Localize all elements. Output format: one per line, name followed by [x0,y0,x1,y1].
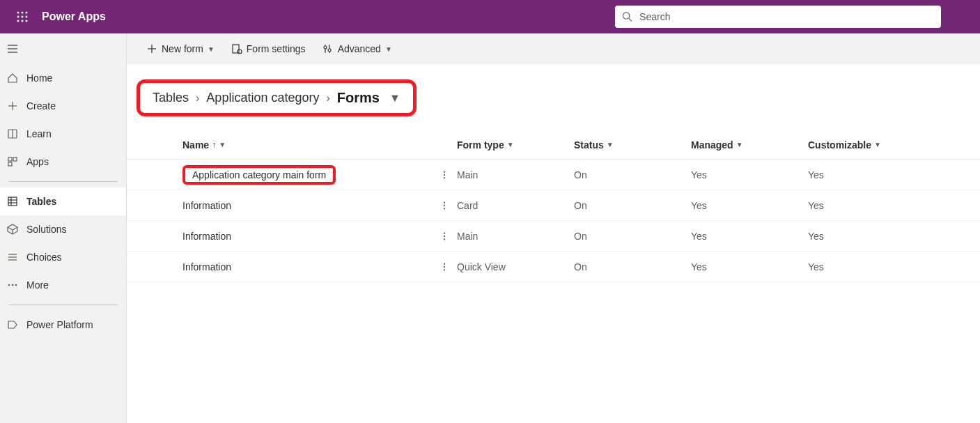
search-box[interactable] [615,6,941,28]
svg-point-39 [444,171,445,172]
svg-point-30 [15,284,17,286]
cell-form-type: Card [457,200,574,211]
breadcrumb-current[interactable]: Forms [337,90,380,106]
table-row[interactable]: InformationQuick ViewOnYesYes [127,252,980,282]
sidebar-item-label: Tables [26,196,56,207]
column-label: Form type [457,139,504,151]
sidebar-item-label: Solutions [26,224,67,235]
top-bar: Power Apps [0,0,980,33]
chevron-right-icon: › [326,92,329,105]
chevron-down-icon: ▼ [219,141,226,148]
advanced-button[interactable]: Advanced ▼ [317,39,398,59]
search-input[interactable] [639,11,934,22]
svg-point-45 [444,232,445,233]
sidebar-item-solutions[interactable]: Solutions [0,215,126,243]
svg-point-50 [444,269,445,270]
sidebar-item-more[interactable]: More [0,271,126,299]
chevron-down-icon[interactable]: ▼ [389,92,400,105]
svg-point-4 [22,16,24,18]
svg-point-41 [444,177,445,178]
hamburger-icon [7,43,18,54]
svg-line-10 [629,18,632,21]
breadcrumb-link-category[interactable]: Application category [206,91,319,105]
new-form-button[interactable]: New form ▼ [141,39,220,59]
waffle-icon [17,11,28,22]
forms-table: Name ↑ ▼ Form type ▼ Status ▼ Managed [127,130,980,282]
svg-point-5 [26,16,28,18]
sidebar-item-label: Choices [26,252,62,263]
main-area: New form ▼ Form settings Advanced ▼ Tabl… [127,33,980,423]
column-label: Customizable [808,139,871,151]
svg-point-47 [444,238,445,240]
svg-point-34 [238,49,242,54]
chevron-down-icon: ▼ [208,45,215,53]
grid-icon [7,196,18,207]
form-settings-button[interactable]: Form settings [226,39,311,59]
form-name[interactable]: Information [182,261,231,272]
list-icon [7,252,18,263]
content: Tables › Application category › Forms ▼ … [127,64,980,423]
cell-customizable: Yes [808,231,980,242]
waffle-menu[interactable] [6,11,39,22]
column-customizable[interactable]: Customizable ▼ [808,139,980,151]
column-label: Status [574,139,604,151]
svg-point-40 [444,174,445,175]
row-menu-button[interactable] [436,197,453,214]
row-menu-button[interactable] [436,228,453,245]
svg-point-9 [623,13,629,19]
cell-form-type: Main [457,169,574,180]
form-name[interactable]: Information [182,200,231,211]
sidebar-item-tables[interactable]: Tables [0,187,126,215]
svg-point-49 [444,266,445,267]
sidebar-item-label: Learn [26,128,52,139]
more-vertical-icon [440,201,449,210]
cmd-label: Form settings [247,43,306,54]
table-row[interactable]: Application category main formMainOnYesY… [127,160,980,190]
dots-icon [7,279,18,291]
chevron-down-icon: ▼ [874,141,881,148]
cell-managed: Yes [691,231,808,242]
svg-point-2 [26,12,28,14]
svg-point-48 [444,263,445,264]
sidebar-item-home[interactable]: Home [0,64,126,92]
table-row[interactable]: InformationCardOnYesYes [127,190,980,221]
cell-status: On [574,169,691,180]
app-title: Power Apps [42,10,106,23]
plus-icon [146,43,157,54]
home-icon [7,72,18,84]
cell-status: On [574,231,691,242]
column-name[interactable]: Name ↑ ▼ [171,139,436,151]
svg-point-46 [444,235,445,236]
form-name[interactable]: Application category main form [192,169,326,180]
chevron-down-icon: ▼ [507,141,514,148]
form-name[interactable]: Information [182,231,231,242]
sidebar-item-powerplatform[interactable]: Power Platform [0,311,126,339]
divider [8,305,118,305]
cell-customizable: Yes [808,200,980,211]
column-status[interactable]: Status ▼ [574,139,691,151]
breadcrumb-link-tables[interactable]: Tables [153,91,189,105]
svg-rect-20 [8,162,12,166]
apps-icon [7,156,18,167]
chevron-right-icon: › [196,92,199,105]
cell-customizable: Yes [808,169,980,180]
svg-point-1 [22,12,24,14]
svg-point-42 [444,201,445,203]
row-menu-button[interactable] [436,259,453,275]
column-form-type[interactable]: Form type ▼ [457,139,574,151]
cmd-label: New form [162,43,203,54]
sidebar-item-apps[interactable]: Apps [0,148,126,176]
sidebar-item-learn[interactable]: Learn [0,120,126,148]
sidebar-item-choices[interactable]: Choices [0,243,126,271]
settings-form-icon [231,43,242,54]
sidebar-item-label: Power Platform [26,319,93,330]
column-managed[interactable]: Managed ▼ [691,139,808,151]
sidebar-toggle[interactable] [0,33,126,64]
chevron-down-icon: ▼ [607,141,614,148]
chevron-down-icon: ▼ [736,141,743,148]
sidebar-item-create[interactable]: Create [0,92,126,120]
highlight-frame: Application category main form [182,165,336,185]
table-row[interactable]: InformationMainOnYesYes [127,221,980,252]
column-label: Managed [691,139,733,151]
row-menu-button[interactable] [436,167,453,183]
